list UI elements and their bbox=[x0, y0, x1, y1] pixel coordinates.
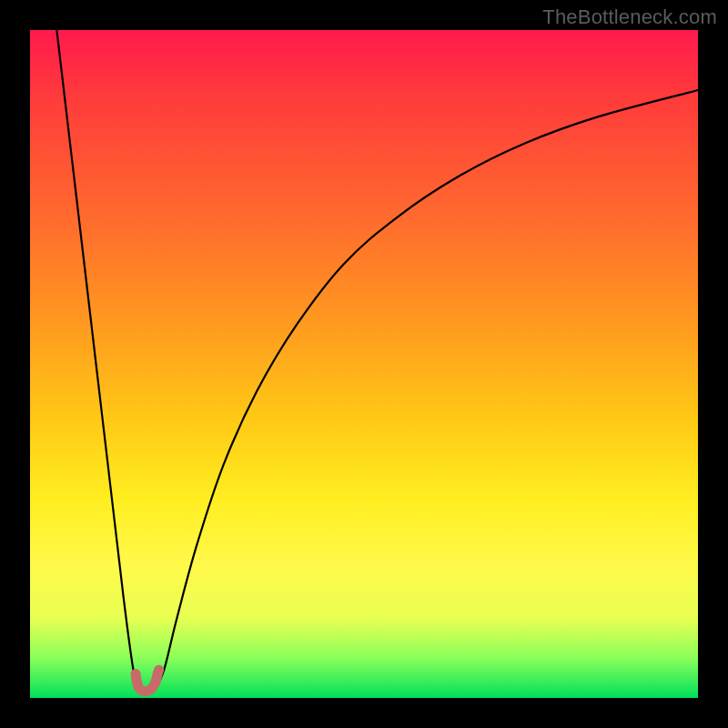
watermark-text: TheBottleneck.com bbox=[542, 5, 717, 29]
chart-frame: TheBottleneck.com bbox=[0, 0, 728, 728]
bottom-nub-curve bbox=[136, 670, 159, 691]
plot-area bbox=[30, 30, 698, 698]
left-branch-curve bbox=[56, 30, 140, 692]
right-branch-curve bbox=[154, 90, 698, 692]
chart-svg bbox=[30, 30, 698, 698]
